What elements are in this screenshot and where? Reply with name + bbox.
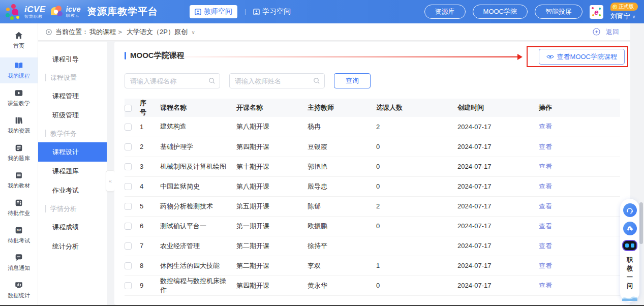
back-arrow-icon [593, 28, 600, 36]
header-enrolled-count: 选课人数 [376, 99, 457, 117]
row-action-view[interactable]: 查看 [539, 202, 552, 210]
sidebar-item-pending-exams[interactable]: 100 待批考试 [0, 222, 38, 248]
search-icon [208, 77, 216, 84]
row-action-view[interactable]: 查看 [539, 282, 552, 289]
row-session: 第十期开课 [236, 157, 308, 176]
collapse-chevrons-icon: « [109, 178, 112, 184]
row-action-view[interactable]: 查看 [539, 262, 552, 269]
header-index: 序号 [140, 99, 160, 117]
breadcrumb-separator: ＞ [117, 27, 124, 37]
row-teacher: 黄永华 [308, 276, 376, 295]
row-checkbox[interactable] [125, 282, 132, 289]
student-space-button[interactable]: 学习空间 [253, 7, 291, 16]
icve-mini-logo[interactable]: e [590, 5, 603, 19]
row-index: 9 [140, 276, 160, 295]
row-enrolled: 0 [376, 216, 457, 236]
search-icon [313, 77, 320, 84]
row-created: 2024-07-17 [457, 157, 539, 176]
sidebar-item-data-statistics[interactable]: 数据统计 [0, 277, 38, 303]
query-button[interactable]: 查询 [334, 73, 371, 88]
row-checkbox[interactable] [125, 124, 132, 131]
row-teacher: 殷导忠 [308, 176, 376, 196]
row-enrolled: 1 [376, 256, 457, 276]
row-action-view[interactable]: 查看 [539, 123, 552, 130]
zhijiaoyun-shell-icon [51, 5, 64, 18]
space-divider: | [244, 8, 246, 15]
view-mooc-courses-button[interactable]: 查看MOOC学院课程 [539, 49, 625, 65]
row-action-view[interactable]: 查看 [539, 242, 552, 250]
breadcrumb-caret-icon: ∨ [192, 29, 195, 35]
course-name-input[interactable] [125, 73, 220, 88]
sidebar-item-my-question-bank[interactable]: 我的题库 [0, 140, 38, 166]
submenu-section-learning-analysis: 学情分析 [38, 200, 107, 218]
home-icon [14, 31, 23, 40]
row-session: 第八期开课 [236, 176, 308, 196]
sidebar-item-home[interactable]: 首页 [0, 27, 38, 53]
teacher-name-input[interactable] [229, 73, 325, 88]
cloud-download-icon [626, 225, 634, 233]
customer-service-button[interactable] [623, 203, 637, 217]
sidebar-item-my-textbooks[interactable]: 我的教材 [0, 167, 38, 193]
row-session: 第五期开课 [236, 196, 308, 216]
row-checkbox[interactable] [125, 242, 132, 250]
sidebar-collapse-handle[interactable]: « [106, 170, 115, 192]
top-header: iCVE 智慧职教 icve 职教云 资源库教学平台 教师空间 | [0, 0, 644, 23]
row-session: 第四期开课 [236, 137, 308, 157]
download-button[interactable] [623, 222, 637, 235]
open-book-icon [14, 61, 23, 70]
row-course-name: 药物分析检测技术 [160, 196, 236, 216]
row-checkbox[interactable] [125, 262, 132, 269]
select-all-checkbox[interactable] [125, 105, 132, 112]
row-enrolled [376, 236, 457, 256]
course-table-body: 1 建筑构造 第八期开课 杨冉 2 2024-07-17 查看 2 基础护理学 … [125, 117, 620, 295]
header-host-teacher: 主持教师 [308, 99, 376, 117]
sidebar-item-message-notifications[interactable]: 消息通知 [0, 250, 38, 276]
zhijiaoyun-brand-text: icve [66, 6, 81, 13]
submenu-item-course-design[interactable]: 课程设计 [38, 142, 107, 162]
back-button[interactable]: 返回 [593, 27, 619, 37]
submenu-item-course-guide[interactable]: 课程引导 [38, 50, 107, 69]
resource-library-button[interactable]: 资源库 [424, 5, 466, 19]
table-row: 9 数控编程与数控机床操作 第四期开课 黄永华 0 2024-07-17 查看 [125, 276, 620, 295]
zhijiao-ai-robot-button[interactable] [622, 240, 637, 251]
textbook-icon [14, 171, 23, 180]
row-created: 2024-07-17 [457, 117, 539, 137]
mooc-college-button[interactable]: MOOC学院 [473, 5, 528, 19]
location-pin-icon [45, 28, 52, 36]
breadcrumb-root[interactable]: 我的课程 [89, 27, 116, 37]
row-checkbox[interactable] [125, 203, 132, 210]
username[interactable]: 刘宵宁 ∨ [610, 12, 635, 21]
breadcrumb-current-course-dropdown[interactable]: 大学语文（2P）原创 ∨ [127, 27, 195, 37]
medal-icon [612, 5, 617, 9]
row-action-view[interactable]: 查看 [539, 163, 552, 170]
row-checkbox[interactable] [125, 223, 132, 230]
teacher-space-button[interactable]: 教师空间 [190, 5, 237, 18]
row-checkbox[interactable] [125, 143, 132, 150]
submenu-item-class-management[interactable]: 班级管理 [38, 106, 107, 125]
sidebar-item-pending-homework[interactable]: 待批作业 [0, 195, 38, 221]
submenu-item-homework-exams[interactable]: 作业考试 [38, 181, 107, 200]
header-created-time: 创建时间 [457, 99, 539, 117]
books-icon [14, 116, 23, 125]
row-index: 2 [140, 137, 160, 157]
row-action-view[interactable]: 查看 [539, 222, 552, 230]
sidebar-item-my-resources[interactable]: 我的资源 [0, 112, 38, 138]
sidebar-item-classroom-teaching[interactable]: 课堂教学 [0, 85, 38, 111]
header-session-name: 开课名称 [236, 99, 308, 117]
submenu-item-course-management[interactable]: 课程管理 [38, 86, 107, 106]
submenu-item-course-grades[interactable]: 课程成绩 [38, 218, 107, 237]
row-enrolled: 2 [376, 196, 457, 216]
submenu-item-statistical-analysis[interactable]: 统计分析 [38, 237, 107, 256]
sidebar-item-my-courses[interactable]: 我的课程 [0, 57, 38, 83]
icve-zhijiaoyun-logo: icve 职教云 [51, 5, 81, 18]
row-checkbox[interactable] [125, 183, 132, 190]
row-action-view[interactable]: 查看 [539, 143, 552, 150]
row-checkbox[interactable] [125, 163, 132, 170]
user-menu[interactable]: 正式版 刘宵宁 ∨ [610, 3, 638, 21]
row-action-view[interactable]: 查看 [539, 182, 552, 190]
scrollbar-thumb[interactable] [639, 202, 643, 244]
table-row: 5 药物分析检测技术 第五期开课 陈郁 2 2024-07-17 查看 [125, 196, 620, 216]
submenu-item-course-question-bank[interactable]: 课程题库 [38, 162, 107, 181]
smart-cast-button[interactable]: 智能投屏 [535, 5, 582, 19]
row-enrolled: 0 [376, 137, 457, 157]
